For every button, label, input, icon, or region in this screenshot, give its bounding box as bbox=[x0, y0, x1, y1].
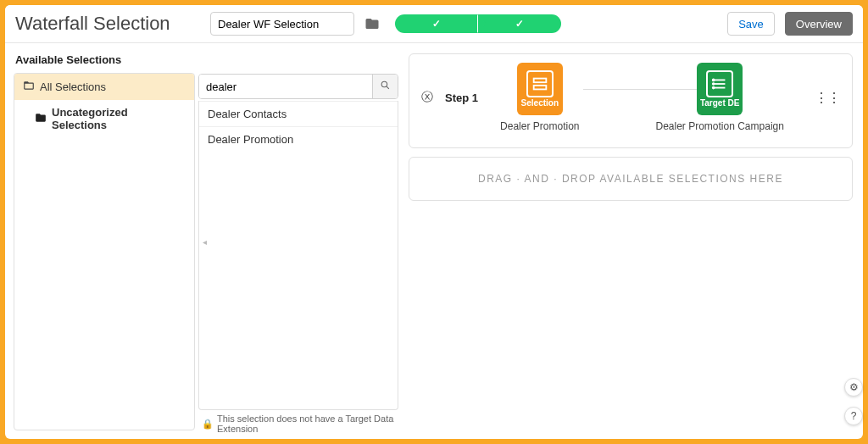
svg-line-1 bbox=[387, 86, 389, 89]
selection-icon bbox=[526, 70, 554, 97]
tree-item-label: All Selections bbox=[40, 80, 106, 93]
target-badge-label: Target DE bbox=[700, 98, 740, 108]
canvas: ⓧ Step 1 Selection Dealer Promotion bbox=[402, 43, 863, 439]
selection-name-input[interactable] bbox=[210, 12, 354, 36]
tree-item-label: Uncategorized Selections bbox=[52, 106, 186, 131]
step-label: Step 1 bbox=[445, 92, 478, 104]
target-icon bbox=[706, 70, 733, 97]
selections-panel: Dealer Contacts Dealer Promotion 🔒 This … bbox=[195, 43, 402, 439]
svg-rect-3 bbox=[533, 86, 546, 90]
step-card: ⓧ Step 1 Selection Dealer Promotion bbox=[409, 53, 853, 148]
result-row[interactable]: Dealer Promotion bbox=[199, 126, 398, 152]
footnote: 🔒 This selection does not have a Target … bbox=[198, 410, 398, 439]
svg-point-8 bbox=[713, 83, 715, 85]
header-bar: Waterfall Selection ✓ ✓ Save Overview bbox=[5, 5, 863, 43]
folder-icon bbox=[35, 112, 47, 126]
check-icon: ✓ bbox=[515, 18, 524, 30]
page-title: Waterfall Selection bbox=[15, 13, 193, 35]
svg-point-9 bbox=[713, 87, 715, 89]
search-button[interactable] bbox=[372, 75, 398, 98]
sidebar-section-title: Available Selections bbox=[14, 50, 195, 73]
settings-button[interactable]: ⚙ bbox=[844, 378, 863, 397]
panel-resize-handle[interactable]: ◂ bbox=[202, 234, 207, 249]
svg-point-7 bbox=[713, 80, 715, 81]
overview-button[interactable]: Overview bbox=[785, 12, 853, 36]
dropzone[interactable]: DRAG · AND · DROP AVAILABLE SELECTIONS H… bbox=[409, 157, 853, 201]
reorder-handle[interactable]: ⋮⋮ bbox=[815, 90, 840, 106]
svg-rect-2 bbox=[533, 79, 546, 83]
result-row[interactable]: Dealer Contacts bbox=[199, 101, 398, 126]
selection-badge-label: Selection bbox=[521, 98, 559, 108]
remove-step-button[interactable]: ⓧ bbox=[421, 90, 433, 105]
search-icon bbox=[380, 80, 391, 93]
search-wrap bbox=[198, 74, 398, 99]
check-icon: ✓ bbox=[432, 18, 441, 30]
selection-node[interactable]: Selection Dealer Promotion bbox=[500, 63, 579, 132]
footnote-text: This selection does not have a Target Da… bbox=[217, 413, 395, 434]
selection-node-title: Dealer Promotion bbox=[500, 120, 579, 132]
folder-tree: All Selections Uncategorized Selections bbox=[14, 73, 195, 430]
tree-item-all-selections[interactable]: All Selections bbox=[14, 74, 194, 100]
progress-indicator: ✓ ✓ bbox=[395, 14, 561, 33]
help-button[interactable]: ? bbox=[844, 407, 863, 425]
search-input[interactable] bbox=[199, 75, 372, 98]
search-results: Dealer Contacts Dealer Promotion bbox=[198, 101, 398, 410]
tree-item-uncategorized[interactable]: Uncategorized Selections bbox=[14, 100, 194, 137]
svg-point-0 bbox=[381, 81, 387, 87]
target-node-title: Dealer Promotion Campaign bbox=[655, 120, 783, 132]
folder-icon[interactable] bbox=[364, 16, 380, 31]
progress-step-2[interactable]: ✓ bbox=[478, 14, 561, 33]
folder-open-icon bbox=[23, 80, 35, 94]
lock-icon: 🔒 bbox=[202, 419, 214, 430]
target-node[interactable]: Target DE Dealer Promotion Campaign bbox=[655, 63, 783, 132]
sidebar: Available Selections All Selections Unca… bbox=[5, 43, 195, 439]
progress-step-1[interactable]: ✓ bbox=[395, 14, 478, 33]
save-button[interactable]: Save bbox=[727, 12, 775, 36]
